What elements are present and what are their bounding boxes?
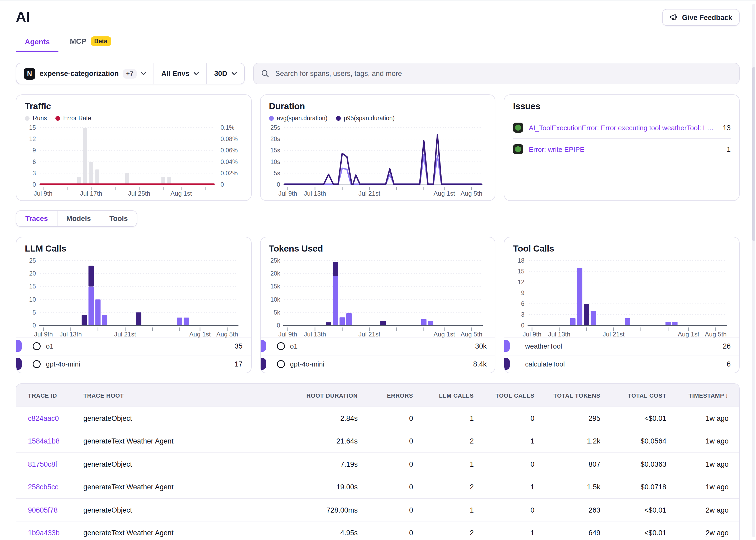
series-legend-row[interactable]: o130k (260, 337, 495, 355)
tab-mcp[interactable]: MCP Beta (61, 33, 120, 52)
tab-agents[interactable]: Agents (16, 34, 59, 52)
series-total: 30k (475, 342, 487, 350)
series-color-chip (505, 340, 510, 352)
trace-id[interactable]: 90605f78 (28, 506, 58, 514)
duration-card: Duration avg(span.duration)p95(span.dura… (260, 94, 495, 201)
timestamp-value[interactable]: 1w ago (706, 438, 729, 445)
issue-link[interactable]: AI_ToolExecutionError: Error executing t… (529, 124, 717, 132)
scrollbar-thumb[interactable] (752, 67, 755, 241)
trace-row[interactable]: 81750c8fgenerateObject7.19s010807$0.0363… (16, 453, 739, 476)
trace-id-link[interactable]: 81750c8f (28, 461, 83, 468)
trace-id-link[interactable]: c824aac0 (28, 415, 83, 422)
trace-id[interactable]: 81750c8f (28, 461, 57, 468)
chevron-down-icon (231, 72, 237, 75)
timestamp-value[interactable]: 1w ago (706, 483, 729, 491)
bar-o1 (333, 276, 338, 326)
trace-cell-total-tokens: 1.2k (534, 438, 600, 445)
column-header-llm-calls[interactable]: LLM CALLS (413, 392, 474, 398)
issue-count: 13 (723, 124, 731, 132)
trace-cell-errors: 0 (358, 529, 413, 537)
tab-agents-label: Agents (25, 38, 50, 46)
trace-timestamp[interactable]: 2w ago (666, 506, 729, 514)
openai-icon-wrap (32, 360, 41, 369)
series-legend-row[interactable]: gpt-4o-mini17 (16, 355, 251, 373)
series-legend-row[interactable]: calculateTool6 (505, 355, 739, 373)
trace-id-link[interactable]: 1584a1b8 (28, 438, 83, 445)
trace-timestamp[interactable]: 2w ago (666, 529, 729, 537)
trace-cell-llm-calls: 2 (413, 529, 474, 537)
time-range-dropdown[interactable]: 30D (206, 63, 244, 84)
trace-cell-trace-root: generateText Weather Agent (83, 438, 284, 445)
env-filter-dropdown[interactable]: All Envs (153, 63, 206, 84)
svg-text:15s: 15s (270, 147, 280, 154)
column-header-total-cost[interactable]: TOTAL COST (600, 392, 666, 398)
section-tab-models[interactable]: Models (57, 211, 100, 226)
trace-timestamp[interactable]: 1w ago (666, 438, 729, 445)
trace-timestamp[interactable]: 1w ago (666, 461, 729, 468)
series-total: 26 (723, 342, 731, 350)
svg-text:0.02%: 0.02% (221, 170, 238, 177)
trace-id-link[interactable]: 90605f78 (28, 506, 83, 514)
trace-id[interactable]: 1584a1b8 (28, 438, 60, 445)
svg-text:0: 0 (33, 181, 36, 188)
trace-cell-root-duration: 7.19s (284, 461, 358, 468)
issue-row[interactable]: Error: write EPIPE1 (513, 138, 731, 160)
project-filter-dropdown[interactable]: N expense-categorization +7 (16, 63, 153, 84)
column-header-tool-calls[interactable]: TOOL CALLS (474, 392, 534, 398)
trace-id[interactable]: c824aac0 (28, 415, 59, 422)
trace-row[interactable]: 90605f78generateObject728.00ms010263<$0.… (16, 499, 739, 522)
trace-id[interactable]: 1b9a433b (28, 529, 60, 537)
trace-id-link[interactable]: 1b9a433b (28, 529, 83, 537)
timestamp-value[interactable]: 1w ago (706, 461, 729, 468)
svg-text:0: 0 (277, 322, 280, 329)
legend-label: Runs (33, 115, 47, 121)
give-feedback-button[interactable]: Give Feedback (662, 9, 740, 26)
column-header-trace-id[interactable]: TRACE ID (28, 392, 83, 398)
section-tab-tools[interactable]: Tools (100, 211, 137, 226)
issue-count: 1 (727, 145, 731, 153)
column-header-total-tokens[interactable]: TOTAL TOKENS (534, 392, 600, 398)
section-tab-traces[interactable]: Traces (16, 211, 57, 226)
svg-text:Aug 5th: Aug 5th (461, 190, 483, 197)
timestamp-value[interactable]: 2w ago (706, 506, 729, 514)
bar-gpt-4o-mini (326, 322, 331, 326)
bar-Runs (126, 173, 129, 185)
series-total: 6 (727, 360, 731, 368)
column-header-errors[interactable]: ERRORS (358, 392, 413, 398)
issue-link[interactable]: Error: write EPIPE (529, 145, 721, 153)
trace-id[interactable]: 258cb5cc (28, 483, 59, 491)
trace-cell-total-cost: <$0.01 (600, 415, 666, 422)
trace-timestamp[interactable]: 1w ago (666, 415, 729, 422)
series-color-chip (260, 340, 266, 352)
legend-label: avg(span.duration) (277, 115, 327, 121)
bar-o1 (102, 315, 108, 326)
series-legend-row[interactable]: weatherTool26 (505, 337, 739, 355)
trace-timestamp[interactable]: 1w ago (666, 483, 729, 491)
trace-id-link[interactable]: 258cb5cc (28, 483, 83, 491)
openai-icon (276, 360, 285, 369)
timestamp-value[interactable]: 2w ago (706, 529, 729, 537)
series-legend-row[interactable]: gpt-4o-mini8.4k (260, 355, 495, 373)
column-header-trace-root[interactable]: TRACE ROOT (83, 392, 284, 398)
nodejs-icon-wrap (513, 144, 524, 155)
svg-text:0: 0 (521, 322, 525, 329)
series-color-chip (16, 340, 22, 352)
trace-row[interactable]: 258cb5ccgenerateText Weather Agent19.00s… (16, 476, 739, 499)
issue-row[interactable]: AI_ToolExecutionError: Error executing t… (513, 117, 731, 138)
column-header-root-duration[interactable]: ROOT DURATION (284, 392, 358, 398)
trace-row[interactable]: 1b9a433bgenerateText Weather Agent4.95s0… (16, 522, 739, 540)
active-tab-indicator (16, 51, 59, 52)
trace-cell-root-duration: 728.00ms (284, 506, 358, 514)
openai-icon (32, 360, 41, 369)
search-input[interactable] (274, 69, 732, 78)
trace-row[interactable]: 1584a1b8generateText Weather Agent21.64s… (16, 430, 739, 453)
trace-row[interactable]: c824aac0generateObject2.84s010295<$0.011… (16, 407, 739, 430)
series-legend-row[interactable]: o135 (16, 337, 251, 355)
trace-cell-llm-calls: 1 (413, 415, 474, 422)
trace-cell-total-tokens: 807 (534, 461, 600, 468)
nodejs-icon (513, 144, 524, 155)
timestamp-value[interactable]: 1w ago (706, 415, 729, 422)
trace-cell-root-duration: 21.64s (284, 438, 358, 445)
svg-text:5s: 5s (274, 170, 280, 177)
column-header-timestamp[interactable]: TIMESTAMP↓ (666, 392, 729, 399)
